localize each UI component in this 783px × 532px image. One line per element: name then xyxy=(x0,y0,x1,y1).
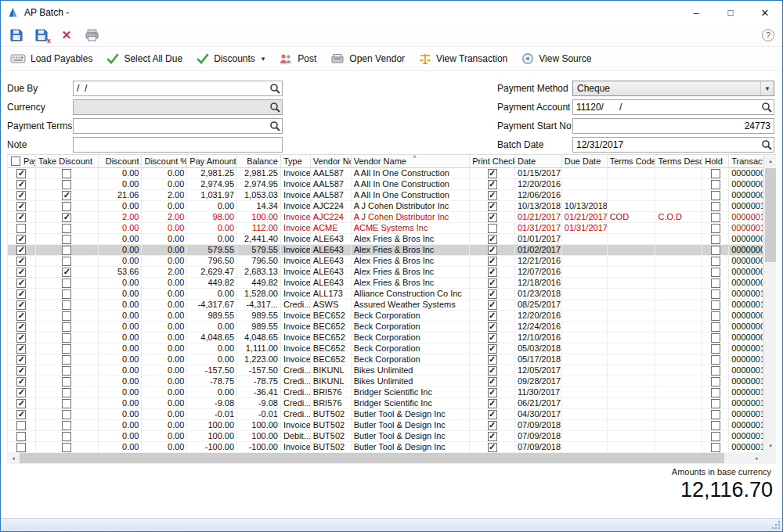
print-check-checkbox-cell[interactable] xyxy=(470,201,515,212)
print-check-checkbox[interactable] xyxy=(488,410,497,419)
take-discount-checkbox[interactable] xyxy=(62,355,71,365)
pay-checkbox[interactable] xyxy=(16,224,26,233)
hold-checkbox[interactable] xyxy=(711,355,720,365)
take-discount-checkbox-cell[interactable] xyxy=(36,343,99,354)
table-row[interactable]: 0.000.00-157.50-157.50Credi...BIKUNLBike… xyxy=(8,365,763,376)
print-check-checkbox[interactable] xyxy=(488,180,497,189)
hold-checkbox[interactable] xyxy=(711,235,720,244)
take-discount-checkbox-cell[interactable] xyxy=(36,234,99,245)
pay-checkbox-cell[interactable] xyxy=(8,332,36,343)
scroll-down-icon[interactable] xyxy=(764,440,777,452)
col-header-transactio[interactable]: Transactio xyxy=(729,155,763,168)
table-row[interactable]: 0.000.000.00112.00InvoiceACMEACME System… xyxy=(8,223,763,234)
take-discount-checkbox[interactable] xyxy=(62,300,71,310)
currency-input[interactable] xyxy=(73,99,283,115)
pay-checkbox[interactable] xyxy=(16,191,26,200)
take-discount-checkbox[interactable] xyxy=(62,202,71,211)
print-check-checkbox[interactable] xyxy=(488,443,497,452)
hold-checkbox[interactable] xyxy=(711,344,720,354)
take-discount-checkbox[interactable] xyxy=(62,421,71,430)
pay-checkbox-cell[interactable] xyxy=(8,212,36,223)
take-discount-checkbox[interactable] xyxy=(62,235,71,244)
vertical-scrollbar[interactable] xyxy=(763,155,776,452)
hold-checkbox-cell[interactable] xyxy=(702,278,729,289)
hold-checkbox-cell[interactable] xyxy=(702,354,729,365)
select-all-checkbox[interactable] xyxy=(11,156,20,166)
take-discount-checkbox-cell[interactable] xyxy=(36,300,99,311)
save-close-button[interactable]: x xyxy=(34,27,49,43)
batch-date-input[interactable] xyxy=(572,137,774,153)
open-vendor-button[interactable]: Open Vendor xyxy=(330,53,405,65)
table-row[interactable]: 0.000.00449.82449.82InvoiceALE643Alex Fr… xyxy=(8,278,763,289)
pay-checkbox[interactable] xyxy=(16,246,26,255)
hold-checkbox-cell[interactable] xyxy=(702,267,729,278)
hold-checkbox-cell[interactable] xyxy=(702,300,729,311)
pay-checkbox-cell[interactable] xyxy=(8,300,36,311)
take-discount-checkbox-cell[interactable] xyxy=(36,322,99,332)
take-discount-checkbox[interactable] xyxy=(62,257,71,266)
print-check-checkbox-cell[interactable] xyxy=(470,398,515,409)
delete-button[interactable]: ✕ xyxy=(59,27,74,43)
payment-start-no-input[interactable] xyxy=(572,118,774,134)
print-check-checkbox[interactable] xyxy=(488,344,497,354)
search-icon[interactable] xyxy=(269,83,281,95)
pay-checkbox[interactable] xyxy=(16,432,26,441)
print-check-checkbox[interactable] xyxy=(488,322,497,332)
table-row[interactable]: 0.000.000.001,528.00InvoiceALL173Allianc… xyxy=(8,289,763,300)
hold-checkbox-cell[interactable] xyxy=(702,212,729,223)
table-row[interactable]: 0.000.000.0014.34InvoiceAJC224A J Cohen … xyxy=(8,201,763,212)
take-discount-checkbox[interactable] xyxy=(62,311,71,321)
print-check-checkbox-cell[interactable] xyxy=(470,300,515,311)
print-check-checkbox[interactable] xyxy=(488,355,497,365)
pay-checkbox[interactable] xyxy=(16,344,26,354)
print-check-checkbox[interactable] xyxy=(488,377,497,386)
pay-checkbox[interactable] xyxy=(16,289,26,299)
print-check-checkbox-cell[interactable] xyxy=(470,431,515,442)
table-row[interactable]: 0.000.00-0.01-0.01Credi...BUT502Butler T… xyxy=(8,409,763,420)
print-check-checkbox-cell[interactable] xyxy=(470,245,515,256)
pay-checkbox[interactable] xyxy=(16,377,26,386)
hold-checkbox-cell[interactable] xyxy=(702,365,729,376)
take-discount-checkbox-cell[interactable] xyxy=(36,398,99,409)
scroll-right-icon[interactable] xyxy=(751,452,763,464)
payment-terms-input[interactable] xyxy=(73,118,283,134)
hold-checkbox[interactable] xyxy=(711,311,720,321)
hold-checkbox-cell[interactable] xyxy=(702,311,729,322)
hold-checkbox-cell[interactable] xyxy=(702,289,729,300)
horizontal-scroll-track[interactable] xyxy=(20,452,751,464)
pay-checkbox-cell[interactable] xyxy=(8,409,36,420)
pay-checkbox-cell[interactable] xyxy=(8,387,36,398)
take-discount-checkbox[interactable] xyxy=(62,377,71,386)
col-header-pay[interactable]: Pay xyxy=(8,155,36,168)
print-check-checkbox[interactable] xyxy=(488,366,497,376)
pay-checkbox[interactable] xyxy=(16,169,26,178)
col-header-take-discount[interactable]: Take Discount xyxy=(36,155,99,168)
print-check-checkbox[interactable] xyxy=(488,257,497,266)
take-discount-checkbox[interactable] xyxy=(62,279,71,288)
pay-checkbox[interactable] xyxy=(16,443,26,452)
hold-checkbox[interactable] xyxy=(711,377,720,386)
take-discount-checkbox[interactable] xyxy=(62,443,71,452)
table-row[interactable]: 0.000.000.001,111.00InvoiceBEC652Beck Co… xyxy=(8,343,763,354)
scroll-left-icon[interactable] xyxy=(7,452,20,464)
print-check-checkbox[interactable] xyxy=(488,268,497,277)
take-discount-checkbox[interactable] xyxy=(62,169,71,178)
take-discount-checkbox-cell[interactable] xyxy=(36,179,99,190)
print-check-checkbox-cell[interactable] xyxy=(470,234,515,245)
hold-checkbox-cell[interactable] xyxy=(702,442,729,452)
hold-checkbox[interactable] xyxy=(711,421,720,430)
scroll-up-icon[interactable] xyxy=(764,155,777,167)
hold-checkbox[interactable] xyxy=(711,410,720,419)
post-button[interactable]: Post xyxy=(279,53,316,65)
table-row[interactable]: 0.000.000.00-36.41Credi...BRI576Bridger … xyxy=(8,387,763,398)
take-discount-checkbox-cell[interactable] xyxy=(36,420,99,431)
pay-checkbox[interactable] xyxy=(16,366,26,376)
pay-checkbox-cell[interactable] xyxy=(8,168,36,179)
horizontal-scrollbar[interactable] xyxy=(7,452,776,464)
hold-checkbox-cell[interactable] xyxy=(702,234,729,245)
pay-checkbox[interactable] xyxy=(16,213,26,222)
save-button[interactable] xyxy=(9,27,24,43)
print-check-checkbox[interactable] xyxy=(488,421,497,430)
pay-checkbox-cell[interactable] xyxy=(8,442,36,452)
hold-checkbox[interactable] xyxy=(711,180,720,189)
